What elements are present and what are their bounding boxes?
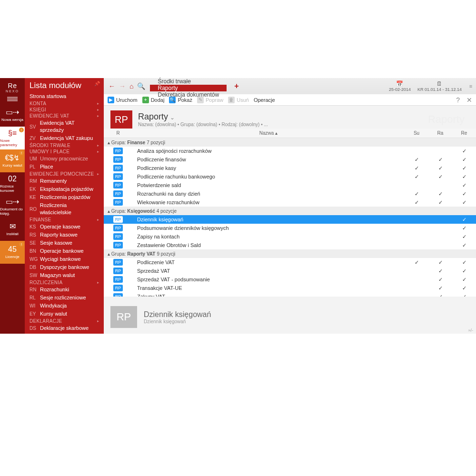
sidebar-category[interactable]: ROZLICZENIA [25, 279, 104, 286]
sidebar-item[interactable]: EKEksploatacja pojazdów [25, 185, 104, 193]
sidebar-item[interactable]: RNRozrachunki [25, 286, 104, 294]
app-logo: Re NEXO [0, 78, 25, 94]
grid-row[interactable]: RPZestawienie Obrotów i Sald [104, 241, 476, 249]
sidebar-item[interactable]: SESesje kasowe [25, 239, 104, 247]
detail-panel: RP Dziennik księgowań Dziennik księgowań… [104, 300, 476, 334]
grid-row[interactable]: RPPodliczenie kasy [104, 164, 476, 172]
grid-row[interactable]: RPPodliczenie finansów [104, 155, 476, 164]
sidebar-category[interactable]: KSIĘGI [25, 107, 104, 113]
nav-forward-icon[interactable]: → [119, 82, 126, 90]
grid-header[interactable]: R Nazwa ▴ Su Ra Re [104, 129, 476, 138]
sidebar-category[interactable]: KONTA [25, 100, 104, 107]
tab-add-button[interactable]: + [227, 78, 246, 94]
close-icon[interactable]: ✕ [466, 96, 472, 104]
sidebar-item[interactable]: EYKursy walut [25, 310, 104, 318]
action-edit[interactable]: ✎Popraw [197, 97, 223, 103]
sidebar-item[interactable]: UMUmowy pracownicze [25, 155, 104, 163]
sidebar-item[interactable]: KERozliczenia pojazdów [25, 193, 104, 201]
action-show[interactable]: 🔍Pokaż [169, 97, 192, 103]
rail-item[interactable]: §≡Nowe parametry! [0, 127, 25, 149]
detail-title: Dziennik księgowań [144, 310, 211, 319]
sidebar-category[interactable]: EWIDENCJE VAT [25, 113, 104, 119]
detail-corner: »/- [468, 328, 473, 333]
detail-badge: RP [110, 306, 137, 328]
grid-row[interactable]: RPRozrachunki na dany dzień [104, 189, 476, 198]
action-operations[interactable]: Operacje [254, 97, 275, 103]
report-grid[interactable]: R Nazwa ▴ Su Ra Re ▴ Grupa: Finanse 7 po… [104, 129, 476, 297]
sidebar-item[interactable]: SVEwidencja VAT sprzedaży [25, 119, 104, 134]
sidebar-item[interactable]: KSOperacje kasowe [25, 223, 104, 231]
sidebar-home[interactable]: Strona startowa [25, 92, 104, 100]
chevron-down-icon: ⌄ [170, 114, 175, 121]
grid-row[interactable]: RPSprzedaż VAT - podsumowanie [104, 275, 476, 284]
action-run[interactable]: ▶Uruchom [108, 97, 138, 103]
sidebar-item[interactable]: ZVEwidencja VAT zakupu [25, 134, 104, 142]
action-add[interactable]: +Dodaj [142, 97, 165, 103]
sidebar-item[interactable]: RLSesje rozliczeniowe [25, 294, 104, 302]
pin-icon[interactable]: 📌 [94, 81, 100, 86]
tab[interactable]: Raporty [150, 85, 227, 91]
grid-row[interactable]: RPPodliczenie VAT [104, 258, 476, 267]
sidebar-item[interactable]: WIWindykacja [25, 302, 104, 310]
sidebar-category[interactable]: DEKLARACJE [25, 318, 104, 324]
rail-item[interactable]: ▭⇢Dokument do księg. [0, 195, 25, 218]
rail-stripe-icon[interactable] [0, 94, 25, 104]
grid-row[interactable]: RPZapisy na kontach [104, 232, 476, 241]
sidebar-item[interactable]: WGWyciągi bankowe [25, 255, 104, 263]
main-area: ← → ⌂ 🔍 Środki trwałeRaportyDekretacja d… [104, 78, 476, 334]
grid-row[interactable]: RPTransakcje VAT-UE [104, 284, 476, 292]
grid-group-header[interactable]: ▴ Grupa: Raporty VAT 9 pozycji [104, 249, 476, 258]
rail-item[interactable]: 02Różnice kursowe [0, 172, 25, 195]
tab-bar: ← → ⌂ 🔍 Środki trwałeRaportyDekretacja d… [104, 78, 476, 94]
help-icon[interactable]: ? [456, 96, 460, 104]
sidebar-title: Lista modułów [25, 78, 104, 92]
sidebar-item[interactable]: DSDeklaracje skarbowe [25, 324, 104, 332]
detail-subtitle: Dziennik księgowań [144, 319, 211, 324]
grid-row[interactable]: RPZakupy VAT [104, 292, 476, 297]
tabbar-menu-icon[interactable]: ≡ [466, 78, 476, 94]
action-toolbar: ▶Uruchom +Dodaj 🔍Pokaż ✎Popraw 🗑Usuń Ope… [104, 94, 476, 106]
rail-item[interactable]: 45Licencje! [0, 241, 25, 264]
date-range-picker[interactable]: 🗓KR 01.01.14 - 31.12.14 [417, 80, 462, 92]
nav-home-icon[interactable]: ⌂ [129, 82, 133, 90]
sidebar-item[interactable]: RORozliczenia właścicielskie [25, 201, 104, 217]
rail-item[interactable]: €$↯Kursy walut! [0, 149, 25, 172]
view-title[interactable]: Raporty⌄ [138, 112, 268, 122]
grid-row[interactable]: RPDziennik księgowań [104, 215, 476, 224]
icon-rail: Re NEXO ▭⇢Nowa wersja§≡Nowe parametry!€$… [0, 78, 25, 334]
sidebar-category[interactable]: EWIDENCJE POMOCNICZE [25, 171, 104, 177]
sidebar-item[interactable]: DYDeklaracje ZUS [25, 332, 104, 334]
sidebar-item[interactable]: RMRemanenty [25, 177, 104, 185]
view-badge: RP [110, 110, 132, 129]
sidebar-item[interactable]: RSRaporty kasowe [25, 231, 104, 239]
rail-item[interactable]: ▭⇢Nowa wersja [0, 104, 25, 127]
grid-group-header[interactable]: ▴ Grupa: Finanse 7 pozycji [104, 138, 476, 147]
sidebar-item[interactable]: SWMagazyn walut [25, 271, 104, 279]
sidebar-category[interactable]: UMOWY I PŁACE [25, 149, 104, 155]
sidebar-category[interactable]: FINANSE [25, 217, 104, 223]
sidebar-item[interactable]: DBDyspozycje bankowe [25, 263, 104, 271]
grid-group-header[interactable]: ▴ Grupa: Księgowość 4 pozycje [104, 207, 476, 215]
grid-row[interactable]: RPSprzedaż VAT [104, 267, 476, 275]
sidebar-item[interactable]: BNOperacje bankowe [25, 247, 104, 255]
tab[interactable]: Środki trwałe [150, 78, 227, 85]
nav-back-icon[interactable]: ← [109, 82, 115, 90]
module-sidebar: 📌 Lista modułów Strona startowa KONTAKSI… [25, 78, 104, 334]
action-delete[interactable]: 🗑Usuń [228, 97, 249, 103]
grid-row[interactable]: RPPodliczenie rachunku bankowego [104, 172, 476, 181]
grid-row[interactable]: RPPodsumowanie dzienników księgowych [104, 224, 476, 232]
nav-search-icon[interactable]: 🔍 [137, 82, 145, 90]
sidebar-item[interactable]: PLPłace [25, 163, 104, 171]
sidebar-category[interactable]: ŚRODKI TRWAŁE [25, 142, 104, 149]
date-picker-1[interactable]: 📅25-02-2014 [389, 80, 411, 92]
grid-row[interactable]: RPPotwierdzenie sald [104, 181, 476, 189]
view-watermark: Raporty [428, 113, 469, 126]
grid-row[interactable]: RPAnaliza spójności rozrachunków [104, 147, 476, 155]
filter-crumbs[interactable]: Nazwa: (dowolna) • Grupa: (dowolna) • Ro… [138, 122, 268, 127]
rail-item[interactable]: ✉InsMail [0, 218, 25, 241]
grid-row[interactable]: RPWiekowanie rozrachunków [104, 198, 476, 207]
